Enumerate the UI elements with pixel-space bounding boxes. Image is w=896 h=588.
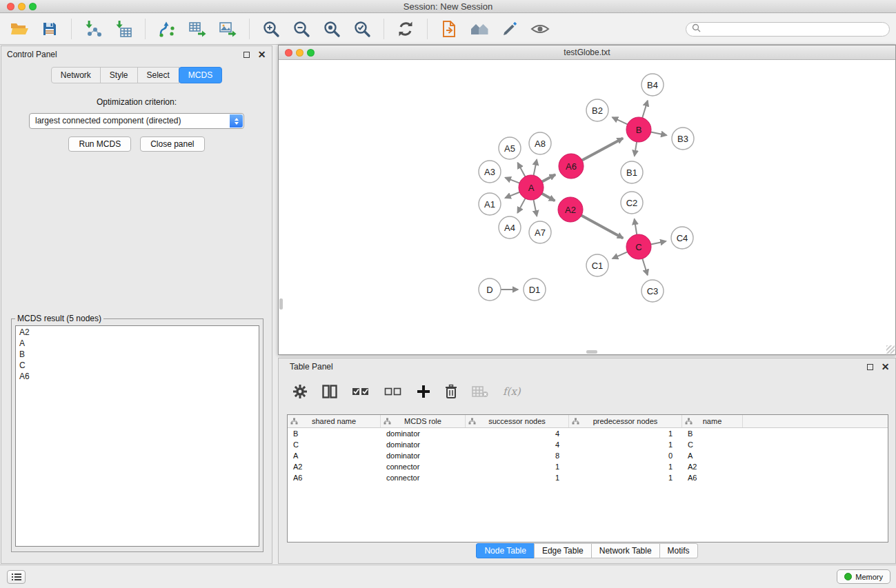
column-header-predecessor-nodes[interactable]: predecessor nodes [569, 415, 682, 427]
graph-node-C1[interactable]: C1 [586, 254, 608, 276]
graph-node-B2[interactable]: B2 [586, 99, 608, 121]
edge-A-A6[interactable] [542, 174, 555, 181]
mcds-result-list[interactable]: A2ABCA6 [15, 325, 259, 547]
table-cell[interactable]: B [682, 428, 743, 439]
graph-node-A3[interactable]: A3 [479, 161, 501, 183]
edge-C-C4[interactable] [651, 241, 666, 245]
close-window-button[interactable] [7, 3, 14, 10]
edge-C-C1[interactable] [613, 252, 628, 258]
table-cell[interactable]: A2 [682, 461, 743, 472]
task-history-button[interactable] [7, 570, 26, 584]
edge-A6-B[interactable] [582, 138, 623, 160]
graph-node-A7[interactable]: A7 [529, 221, 551, 243]
table-cell[interactable]: A [288, 450, 381, 461]
table-cell[interactable]: 4 [466, 439, 569, 450]
export-table-button[interactable] [183, 17, 211, 41]
graph-node-A6[interactable]: A6 [559, 154, 584, 179]
add-row-button[interactable] [417, 385, 430, 398]
edge-A-A1[interactable] [505, 192, 519, 198]
graph-node-A2[interactable]: A2 [558, 197, 583, 222]
result-item-b[interactable]: B [19, 349, 255, 360]
share-network-button[interactable] [153, 17, 181, 41]
tab-select[interactable]: Select [137, 67, 179, 83]
table-cell[interactable]: A6 [288, 472, 381, 483]
criterion-dropdown[interactable]: largest connected component (directed) [29, 113, 244, 129]
zoom-in-button[interactable] [257, 17, 285, 41]
memory-button[interactable]: Memory [837, 569, 890, 584]
table-row-a[interactable]: Adominator80A [288, 450, 888, 461]
save-session-button[interactable] [36, 17, 63, 41]
zoom-out-button[interactable] [288, 17, 315, 41]
maximize-window-button[interactable] [29, 3, 37, 10]
edge-B-B1[interactable] [635, 142, 637, 156]
minimize-window-button[interactable] [18, 3, 26, 10]
table-cell[interactable]: 1 [569, 461, 682, 472]
column-header-mcds-role[interactable]: MCDS role [381, 415, 466, 427]
table-cell[interactable]: 0 [569, 450, 682, 461]
graph-node-A4[interactable]: A4 [499, 216, 521, 239]
horizontal-scrollbar[interactable] [586, 350, 597, 354]
edge-A-A2[interactable] [542, 194, 555, 201]
table-cell[interactable]: C [682, 439, 743, 450]
tab-node-table[interactable]: Node Table [476, 543, 535, 558]
network-canvas[interactable]: B4B2BB3A8A5A6B1A3AC2A1A2A4A7C4CC1C3DD1 [279, 61, 895, 354]
edge-B-B2[interactable] [613, 117, 628, 124]
import-table-button[interactable] [110, 17, 137, 41]
show-columns-button[interactable] [322, 385, 337, 398]
close-panel-button-secondary[interactable]: Close panel [140, 136, 204, 152]
table-cell[interactable]: B [288, 428, 381, 439]
edge-A-A5[interactable] [518, 163, 526, 176]
table-cell[interactable]: connector [381, 461, 466, 472]
tab-network[interactable]: Network [51, 67, 101, 83]
table-cell[interactable]: C [288, 439, 381, 450]
graph-node-B[interactable]: B [626, 117, 651, 142]
zoom-fit-button[interactable] [318, 17, 346, 41]
export-image-button[interactable] [214, 17, 241, 41]
result-item-c[interactable]: C [19, 360, 255, 371]
column-header-name[interactable]: name [682, 415, 743, 427]
close-table-panel-button[interactable]: ✕ [881, 363, 890, 372]
graph-node-A8[interactable]: A8 [529, 132, 551, 154]
result-item-a2[interactable]: A2 [19, 327, 255, 338]
float-table-panel-button[interactable] [866, 363, 875, 372]
table-cell[interactable]: 1 [569, 428, 682, 439]
home-button[interactable] [466, 17, 493, 41]
float-panel-button[interactable] [242, 50, 251, 59]
graph-node-D1[interactable]: D1 [524, 278, 546, 301]
tab-mcds[interactable]: MCDS [179, 67, 222, 83]
edge-A-A7[interactable] [534, 200, 537, 216]
network-close-button[interactable] [285, 49, 292, 57]
graph-node-C2[interactable]: C2 [621, 192, 643, 214]
graph-node-D[interactable]: D [479, 278, 501, 301]
table-cell[interactable]: A6 [682, 472, 743, 483]
network-graph[interactable]: B4B2BB3A8A5A6B1A3AC2A1A2A4A7C4CC1C3DD1 [279, 61, 895, 354]
edge-B-B3[interactable] [651, 132, 667, 136]
delete-row-button[interactable] [445, 384, 457, 399]
table-cell[interactable]: 1 [569, 472, 682, 483]
vertical-scrollbar[interactable] [279, 298, 283, 310]
edge-A2-C[interactable] [581, 216, 623, 239]
graph-node-A5[interactable]: A5 [499, 137, 521, 159]
edge-A-A3[interactable] [505, 178, 519, 183]
network-window-titlebar[interactable]: testGlobe.txt [279, 45, 895, 60]
table-row-a6[interactable]: A6connector11A6 [288, 472, 888, 483]
resize-grip[interactable] [886, 345, 895, 354]
run-mcds-button[interactable]: Run MCDS [68, 136, 131, 152]
result-item-a6[interactable]: A6 [19, 371, 255, 382]
graph-node-C4[interactable]: C4 [671, 227, 693, 249]
close-panel-button[interactable]: ✕ [257, 50, 266, 59]
tab-motifs[interactable]: Motifs [659, 543, 698, 558]
graph-node-B3[interactable]: B3 [672, 128, 694, 150]
table-row-b[interactable]: Bdominator41B [288, 428, 888, 439]
graph-node-C[interactable]: C [626, 234, 651, 259]
edge-B-B4[interactable] [642, 101, 648, 118]
result-item-a[interactable]: A [19, 338, 255, 349]
search-input[interactable] [704, 23, 889, 34]
edge-A-A8[interactable] [534, 160, 537, 176]
table-cell[interactable]: dominator [381, 428, 466, 439]
edge-C-C3[interactable] [642, 258, 647, 275]
table-row-a2[interactable]: A2connector11A2 [288, 461, 888, 472]
graph-node-C3[interactable]: C3 [641, 280, 664, 302]
zoom-selected-button[interactable] [348, 17, 376, 41]
select-all-button[interactable] [352, 386, 370, 397]
